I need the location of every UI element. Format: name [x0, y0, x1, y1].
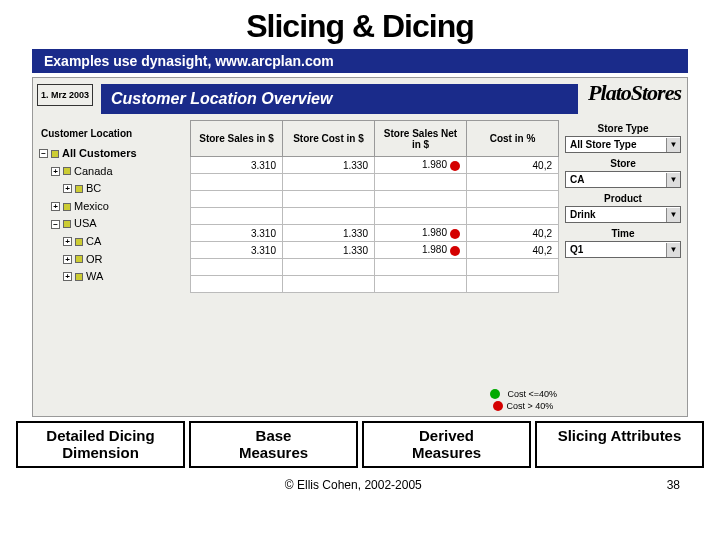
legend-dot-red-icon — [493, 401, 503, 411]
date-box: 1. Mrz 2003 — [37, 84, 93, 106]
cell — [467, 174, 559, 191]
filter-label: Time — [565, 225, 681, 241]
tree-label: Canada — [74, 163, 113, 181]
tree-item[interactable]: +BC — [39, 180, 184, 198]
annotation-box: Slicing Attributes — [535, 421, 704, 468]
flag-dot-icon — [450, 229, 460, 239]
annotation-row: Detailed DicingDimensionBaseMeasuresDeri… — [16, 421, 704, 468]
page-number: 38 — [667, 478, 680, 492]
filter-dropdown[interactable]: All Store Type▼ — [565, 136, 681, 153]
cell — [191, 259, 283, 276]
expand-icon[interactable]: + — [51, 202, 60, 211]
chevron-down-icon[interactable]: ▼ — [666, 138, 680, 152]
chevron-down-icon[interactable]: ▼ — [666, 208, 680, 222]
annotation-box: Detailed DicingDimension — [16, 421, 185, 468]
filter-dropdown[interactable]: Drink▼ — [565, 206, 681, 223]
cell — [375, 259, 467, 276]
filter-dropdown[interactable]: Q1▼ — [565, 241, 681, 258]
slide-title: Slicing & Dicing — [0, 0, 720, 49]
cell: 1.330 — [283, 225, 375, 242]
cell — [375, 208, 467, 225]
cell: 1.330 — [283, 242, 375, 259]
tree-item[interactable]: −All Customers — [39, 145, 184, 163]
cell: 40,2 — [467, 225, 559, 242]
cell: 1.980 — [375, 242, 467, 259]
cell — [467, 276, 559, 293]
tree-label: WA — [86, 268, 103, 286]
table-row — [191, 191, 559, 208]
cell: 40,2 — [467, 157, 559, 174]
table-row: 3.3101.3301.98040,2 — [191, 225, 559, 242]
expand-icon[interactable]: − — [39, 149, 48, 158]
tree-label: All Customers — [62, 145, 137, 163]
tree-label: Mexico — [74, 198, 109, 216]
cell — [283, 191, 375, 208]
cell — [191, 208, 283, 225]
cell: 1.330 — [283, 157, 375, 174]
measures-grid: Store Sales in $Store Cost in $Store Sal… — [190, 120, 559, 293]
cell: 40,2 — [467, 242, 559, 259]
tree-label: OR — [86, 251, 103, 269]
expand-icon[interactable]: + — [63, 272, 72, 281]
filter-dropdown[interactable]: CA▼ — [565, 171, 681, 188]
dropdown-value: Drink — [566, 207, 666, 222]
expand-icon[interactable]: + — [51, 167, 60, 176]
tree-label: USA — [74, 215, 97, 233]
table-row — [191, 259, 559, 276]
footer: © Ellis Cohen, 2002-2005 38 — [0, 468, 720, 492]
node-icon — [63, 220, 71, 228]
filter-label: Store — [565, 155, 681, 171]
cell: 1.980 — [375, 157, 467, 174]
expand-icon[interactable]: + — [63, 184, 72, 193]
cell — [283, 174, 375, 191]
dropdown-value: CA — [566, 172, 666, 187]
filter-label: Product — [565, 190, 681, 206]
expand-icon[interactable]: + — [63, 237, 72, 246]
chevron-down-icon[interactable]: ▼ — [666, 173, 680, 187]
cell — [375, 174, 467, 191]
cell — [191, 276, 283, 293]
app-window: 1. Mrz 2003 Customer Location Overview P… — [32, 77, 688, 417]
filter-label: Store Type — [565, 120, 681, 136]
node-icon — [75, 255, 83, 263]
table-row — [191, 174, 559, 191]
flag-dot-icon — [450, 246, 460, 256]
tree-title: Customer Location — [39, 120, 184, 145]
expand-icon[interactable]: − — [51, 220, 60, 229]
expand-icon[interactable]: + — [63, 255, 72, 264]
legend: Cost <=40% Cost > 40% — [490, 388, 557, 412]
tree-item[interactable]: +Mexico — [39, 198, 184, 216]
chevron-down-icon[interactable]: ▼ — [666, 243, 680, 257]
cell: 1.980 — [375, 225, 467, 242]
node-icon — [75, 273, 83, 281]
legend-high: Cost > 40% — [506, 401, 553, 411]
table-row — [191, 276, 559, 293]
cell: 3.310 — [191, 157, 283, 174]
table-row: 3.3101.3301.98040,2 — [191, 157, 559, 174]
customer-tree[interactable]: −All Customers+Canada+BC+Mexico−USA+CA+O… — [39, 145, 184, 286]
tree-label: BC — [86, 180, 101, 198]
cell — [191, 191, 283, 208]
tree-item[interactable]: −USA — [39, 215, 184, 233]
node-icon — [75, 185, 83, 193]
flag-dot-icon — [450, 161, 460, 171]
node-icon — [63, 203, 71, 211]
cell — [283, 208, 375, 225]
column-header: Cost in % — [467, 121, 559, 157]
tree-item[interactable]: +CA — [39, 233, 184, 251]
tree-label: CA — [86, 233, 101, 251]
tree-item[interactable]: +Canada — [39, 163, 184, 181]
filters-panel: Store TypeAll Store Type▼StoreCA▼Product… — [565, 120, 681, 293]
dropdown-value: All Store Type — [566, 137, 666, 152]
logo: PlatoStores — [582, 78, 687, 120]
tree-item[interactable]: +OR — [39, 251, 184, 269]
node-icon — [75, 238, 83, 246]
cell — [467, 208, 559, 225]
node-icon — [51, 150, 59, 158]
cell — [283, 276, 375, 293]
tree-item[interactable]: +WA — [39, 268, 184, 286]
slide-subtitle: Examples use dynasight, www.arcplan.com — [32, 49, 688, 73]
annotation-box: BaseMeasures — [189, 421, 358, 468]
legend-dot-green-icon — [490, 389, 500, 399]
column-header: Store Cost in $ — [283, 121, 375, 157]
